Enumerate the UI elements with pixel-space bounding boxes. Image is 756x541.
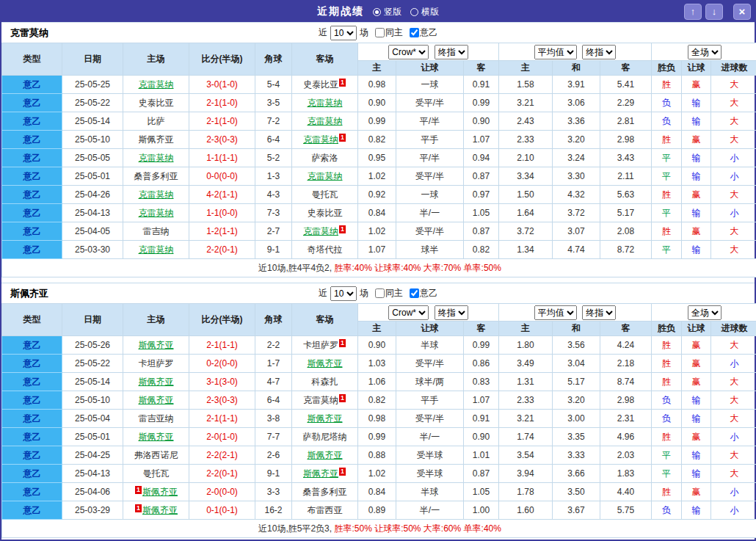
team-link[interactable]: 克雷莫纳	[139, 153, 174, 163]
team-link[interactable]: 奇塔代拉	[308, 244, 343, 255]
bookmaker-select[interactable]: Crow*	[388, 305, 429, 320]
scope-select[interactable]: 全场	[688, 305, 722, 320]
team-link[interactable]: 桑普多利亚	[134, 171, 178, 181]
team-link[interactable]: 斯佩齐亚	[139, 134, 174, 145]
layout-radio-horizontal[interactable]: 横版	[410, 6, 439, 18]
average-select[interactable]: 平均值	[534, 305, 577, 320]
score-cell[interactable]: 2-0(1-0)	[189, 428, 255, 446]
score-cell[interactable]: 2-3(0-3)	[189, 131, 255, 149]
bookmaker-select[interactable]: Crow*	[388, 45, 429, 59]
team-link[interactable]: 斯佩齐亚	[139, 340, 174, 350]
team-link[interactable]: 桑普多利亚	[303, 487, 347, 497]
score-cell[interactable]: 1-2(1-1)	[189, 222, 255, 241]
result-outcome: 胜	[652, 336, 682, 355]
team-link[interactable]: 史泰比亚	[139, 98, 174, 108]
team-link[interactable]: 卡坦萨罗	[139, 358, 174, 368]
score-cell[interactable]: 2-2(2-1)	[189, 446, 255, 465]
team-link[interactable]: 克雷莫纳	[139, 244, 174, 255]
team-link[interactable]: 曼托瓦	[143, 468, 170, 479]
league-cell: 意乙	[2, 483, 62, 501]
average-select[interactable]: 平均值	[534, 45, 577, 59]
team-link[interactable]: 克雷莫纳	[303, 134, 338, 145]
team-link[interactable]: 斯佩齐亚	[308, 358, 343, 368]
team-link[interactable]: 萨勒尼塔纳	[303, 432, 347, 442]
league-filter[interactable]: 意乙	[406, 287, 437, 299]
avg-home: 2.33	[499, 131, 553, 149]
score-cell[interactable]: 3-0(1-0)	[189, 76, 255, 94]
team-link[interactable]: 布雷西亚	[308, 505, 343, 515]
layout-radio-vertical[interactable]: 竖版	[373, 6, 401, 18]
team-link[interactable]: 萨索洛	[312, 153, 338, 163]
move-down-button[interactable]: ↓	[705, 4, 723, 20]
score-cell[interactable]: 2-1(1-1)	[189, 410, 255, 428]
team-link[interactable]: 斯佩齐亚	[139, 377, 174, 387]
team-link[interactable]: 克雷莫纳	[303, 395, 338, 405]
avg-away: 5.63	[600, 186, 652, 204]
odds-stage-select-1[interactable]: 终指	[435, 305, 468, 320]
score-cell[interactable]: 1-1(1-1)	[189, 149, 255, 167]
score-cell[interactable]: 2-1(1-0)	[189, 94, 255, 112]
team-link[interactable]: 比萨	[148, 116, 165, 126]
odds-handicap: 一球	[396, 76, 464, 94]
odds-stage-select-2[interactable]: 终指	[582, 305, 616, 320]
move-up-button[interactable]: ↑	[684, 4, 702, 20]
team-link[interactable]: 曼托瓦	[312, 189, 338, 200]
league-checkbox[interactable]	[410, 28, 419, 37]
same-home-filter[interactable]: 同主	[371, 26, 403, 39]
score-cell[interactable]: 0-0(0-0)	[189, 167, 255, 186]
score-cell[interactable]: 0-2(0-0)	[189, 355, 255, 373]
team-link[interactable]: 斯佩齐亚	[308, 413, 343, 424]
col-header-home: 主场	[123, 43, 189, 76]
score-cell[interactable]: 2-2(0-1)	[189, 465, 255, 483]
score-cell[interactable]: 0-1(0-1)	[189, 501, 255, 520]
team-link[interactable]: 克雷莫纳	[139, 79, 174, 90]
close-button[interactable]: ×	[733, 4, 751, 20]
team-link[interactable]: 斯佩齐亚	[139, 395, 174, 405]
team-link[interactable]: 克雷莫纳	[308, 171, 343, 181]
score-cell[interactable]: 2-1(1-1)	[189, 336, 255, 355]
team-link[interactable]: 斯佩齐亚	[139, 432, 174, 442]
league-checkbox[interactable]	[410, 288, 419, 298]
score-cell[interactable]: 1-1(0-0)	[189, 204, 255, 222]
odds-handicap: 球半/两	[396, 373, 464, 391]
home-team-cell: 弗洛西诺尼	[123, 446, 189, 465]
same-home-checkbox[interactable]	[375, 288, 385, 298]
team-link[interactable]: 克雷莫纳	[139, 189, 174, 200]
team-link[interactable]: 雷吉纳	[143, 226, 170, 236]
same-home-checkbox[interactable]	[375, 28, 385, 37]
match-count-select[interactable]: 10	[330, 286, 357, 301]
team-link[interactable]: 雷吉亚纳	[139, 413, 174, 424]
odds-stage-select-1[interactable]: 终指	[435, 45, 468, 59]
away-team-cell: 斯佩齐亚1	[292, 465, 358, 483]
league-filter[interactable]: 意乙	[406, 26, 437, 39]
team-link[interactable]: 克雷莫纳	[308, 116, 343, 126]
score-cell[interactable]: 4-2(1-1)	[189, 186, 255, 204]
score-cell[interactable]: 2-1(1-0)	[189, 112, 255, 131]
team-link[interactable]: 斯佩齐亚	[142, 487, 178, 497]
team-link[interactable]: 弗洛西诺尼	[134, 450, 178, 460]
team-link[interactable]: 克雷莫纳	[308, 98, 343, 108]
odds-home: 0.99	[358, 112, 396, 131]
scope-select[interactable]: 全场	[688, 45, 722, 59]
team-link[interactable]: 克雷莫纳	[303, 226, 338, 236]
score-cell[interactable]: 3-1(3-0)	[189, 373, 255, 391]
team-link[interactable]: 斯佩齐亚	[303, 468, 338, 479]
team-link[interactable]: 史泰比亚	[308, 208, 343, 218]
same-home-filter[interactable]: 同主	[371, 287, 403, 299]
team-link[interactable]: 卡坦萨罗	[303, 340, 338, 350]
team-link[interactable]: 斯佩齐亚	[308, 450, 343, 460]
avg-away: 5.75	[600, 501, 652, 520]
team-link[interactable]: 史泰比亚	[303, 79, 338, 90]
odds-stage-select-2[interactable]: 终指	[582, 45, 616, 59]
score-cell[interactable]: 2-0(0-0)	[189, 483, 255, 501]
date-cell: 25-04-13	[62, 465, 123, 483]
team-link[interactable]: 克雷莫纳	[139, 208, 174, 218]
red-card-badge: 1	[339, 339, 346, 347]
team-link[interactable]: 科森扎	[312, 377, 338, 387]
score-cell[interactable]: 2-2(0-1)	[189, 241, 255, 259]
home-team-cell: 斯佩齐亚	[123, 391, 189, 410]
score-cell[interactable]: 2-3(0-3)	[189, 391, 255, 410]
league-cell: 意乙	[2, 222, 62, 241]
match-count-select[interactable]: 10	[330, 26, 357, 40]
team-link[interactable]: 斯佩齐亚	[142, 505, 178, 515]
